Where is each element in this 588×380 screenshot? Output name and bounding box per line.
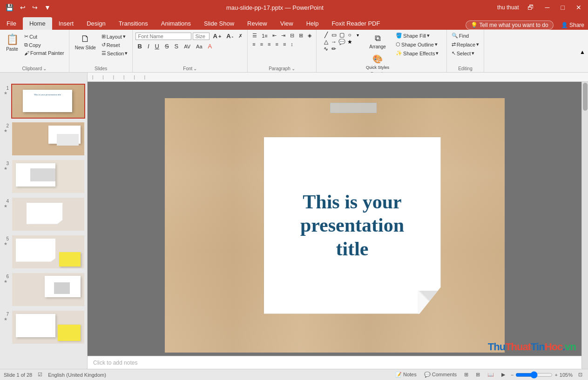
zoom-slider[interactable]: − + 105% <box>511 371 573 379</box>
slide-image-6[interactable] <box>11 272 85 307</box>
bold-button[interactable]: B <box>135 42 143 51</box>
italic-button[interactable]: I <box>146 42 151 51</box>
normal-view-button[interactable]: ⊞ <box>462 371 470 378</box>
align-text-button[interactable]: ≡ <box>281 40 288 48</box>
copy-button[interactable]: ⧉ Copy <box>22 41 66 49</box>
slide-thumb-1[interactable]: 1 ★ This is your presentation title <box>2 84 85 119</box>
freeform-shape[interactable]: ✏ <box>330 46 338 52</box>
notes-bar[interactable]: Click to add notes <box>88 356 581 369</box>
zoom-range[interactable] <box>515 371 553 379</box>
arrow-shape[interactable]: → <box>330 39 338 45</box>
quick-styles-button[interactable]: 🎨 Quick Styles <box>363 52 392 72</box>
shape-fill-button[interactable]: 🪣 Shape Fill ▾ <box>394 32 440 40</box>
oval-shape[interactable]: ○ <box>346 32 353 38</box>
clear-format-button[interactable]: ✗ <box>237 32 244 40</box>
tab-animations[interactable]: Animations <box>155 17 197 30</box>
line-spacing-button[interactable]: ↕ <box>289 40 295 48</box>
tab-home[interactable]: Home <box>23 17 52 30</box>
new-slide-button[interactable]: 🗋 New Slide <box>72 32 99 52</box>
triangle-shape[interactable]: △ <box>322 39 330 45</box>
reset-button[interactable]: ↺ Reset <box>100 41 130 49</box>
vertical-scrollbar[interactable] <box>581 82 588 369</box>
arrange-button[interactable]: ⧉ Arrange <box>363 32 392 51</box>
shape-outline-dropdown[interactable]: ▾ <box>435 41 438 47</box>
slide-image-2[interactable] <box>11 121 85 156</box>
slide-image-7[interactable] <box>11 310 85 345</box>
rounded-rect-shape[interactable]: ▢ <box>338 32 345 38</box>
zoom-in-icon[interactable]: + <box>554 372 557 378</box>
restore-window-btn[interactable]: 🗗 <box>525 3 537 12</box>
replace-dropdown-icon[interactable]: ▾ <box>476 41 479 47</box>
section-button[interactable]: ☰ Section ▾ <box>100 49 130 57</box>
shape-effects-dropdown[interactable]: ▾ <box>436 50 439 56</box>
slide-thumb-3[interactable]: 3 ★ <box>2 159 85 194</box>
find-button[interactable]: 🔍 Find <box>450 32 471 40</box>
font-color-button[interactable]: A <box>206 42 214 51</box>
change-case-button[interactable]: Aa <box>194 43 204 50</box>
align-right-button[interactable]: ≡ <box>266 40 272 48</box>
layout-button[interactable]: ⊞ Layout ▾ <box>100 33 130 40</box>
convert-to-smartart-button[interactable]: ◈ <box>306 32 313 40</box>
text-direction-button[interactable]: ⊞ <box>297 32 305 40</box>
shape-effects-button[interactable]: ✨ Shape Effects ▾ <box>394 49 440 57</box>
slide-thumb-7[interactable]: 7 ★ <box>2 310 85 345</box>
slide-thumb-4[interactable]: 4 ★ <box>2 197 85 232</box>
slide-canvas[interactable]: This is your presentation title <box>165 98 505 353</box>
tab-file[interactable]: File <box>0 17 23 30</box>
paste-button[interactable]: 📋 Paste <box>3 32 21 53</box>
fit-slide-button[interactable]: ⊡ <box>576 371 584 378</box>
clipboard-expand-icon[interactable]: ⌄ <box>43 66 47 71</box>
increase-font-button[interactable]: A+ <box>211 32 223 40</box>
paragraph-expand-icon[interactable]: ⌄ <box>291 66 295 71</box>
tab-transitions[interactable]: Transitions <box>112 17 155 30</box>
reading-view-button[interactable]: 📖 <box>486 371 496 378</box>
customize-icon[interactable]: ▼ <box>42 3 53 12</box>
columns-button[interactable]: ⊟ <box>288 32 296 40</box>
zoom-out-icon[interactable]: − <box>511 372 514 378</box>
decrease-font-button[interactable]: A- <box>224 32 235 40</box>
slide-thumb-2[interactable]: 2 ★ <box>2 121 85 156</box>
line-shape[interactable]: ╱ <box>322 32 330 38</box>
increase-indent-button[interactable]: ⇥ <box>279 32 287 40</box>
align-center-button[interactable]: ≡ <box>258 40 265 48</box>
slide-thumb-5[interactable]: 5 ★ <box>2 234 85 269</box>
font-name-input[interactable] <box>135 33 191 40</box>
shape-fill-dropdown[interactable]: ▾ <box>427 33 430 39</box>
decrease-indent-button[interactable]: ⇤ <box>270 32 278 40</box>
select-dropdown-icon[interactable]: ▾ <box>472 50 474 56</box>
tab-slideshow[interactable]: Slide Show <box>197 17 241 30</box>
callout-shape[interactable]: 💬 <box>338 39 345 45</box>
strikethrough-button[interactable]: S <box>163 42 171 51</box>
underline-button[interactable]: U <box>153 42 161 51</box>
tab-review[interactable]: Review <box>241 17 274 30</box>
save-icon[interactable]: 💾 <box>4 3 15 12</box>
cut-button[interactable]: ✂ Cut <box>22 33 66 40</box>
redo-icon[interactable]: ↪ <box>30 3 40 12</box>
format-painter-button[interactable]: 🖌 Format Painter <box>22 49 66 57</box>
character-spacing-button[interactable]: AV <box>182 43 192 50</box>
scrollbar-thumb[interactable] <box>583 83 588 111</box>
star-shape[interactable]: ★ <box>346 39 353 45</box>
text-shadow-button[interactable]: S <box>173 42 181 51</box>
tell-me-box[interactable]: 💡 Tell me what you want to do <box>466 20 554 30</box>
tab-design[interactable]: Design <box>80 17 112 30</box>
slideshow-button[interactable]: ▶ <box>500 371 507 378</box>
notes-button[interactable]: 📝 Notes <box>393 371 419 378</box>
slide-image-5[interactable] <box>11 234 85 269</box>
maximize-btn[interactable]: □ <box>558 3 568 12</box>
select-button[interactable]: ↖ Select ▾ <box>450 49 477 57</box>
collapse-ribbon-btn[interactable]: ▲ <box>577 30 588 72</box>
undo-icon[interactable]: ↩ <box>18 3 27 12</box>
tab-foxit[interactable]: Foxit Reader PDF <box>325 17 386 30</box>
bullets-button[interactable]: ☰ <box>250 32 259 40</box>
share-button[interactable]: 👤 Share <box>561 22 584 28</box>
align-left-button[interactable]: ≡ <box>250 40 257 48</box>
rect-shape[interactable]: ▭ <box>330 32 338 38</box>
slide-image-1[interactable]: This is your presentation title <box>11 84 85 119</box>
slide-image-3[interactable] <box>11 159 85 194</box>
font-expand-icon[interactable]: ⌄ <box>193 66 197 71</box>
tab-help[interactable]: Help <box>300 17 325 30</box>
justify-button[interactable]: ≡ <box>273 40 280 48</box>
slide-sorter-button[interactable]: ⊞ <box>474 371 482 378</box>
numbering-button[interactable]: 1≡ <box>260 32 270 40</box>
